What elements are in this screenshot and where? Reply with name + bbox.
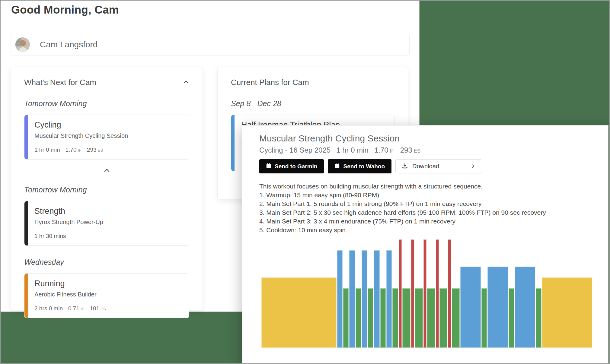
- plan-date-range: Sep 8 - Dec 28: [231, 99, 394, 108]
- chart-bar-hard: [436, 239, 439, 348]
- chart-bar-cooldown: [542, 277, 592, 348]
- chart-bar-recovery: [368, 288, 373, 348]
- whats-next-groups: Tomorrow Morning Cycling Muscular Streng…: [24, 99, 189, 318]
- whats-next-group: Tomorrow Morning Cycling Muscular Streng…: [24, 99, 189, 160]
- plan-color-bar: [231, 115, 235, 171]
- stat-unit: ES: [101, 307, 106, 311]
- stat-value: 1.70IF: [65, 147, 81, 153]
- sport-color-bar: [24, 115, 28, 159]
- whats-next-group: Tomorrow Morning Strength Hyrox Strength…: [24, 185, 189, 246]
- download-icon: [402, 163, 408, 170]
- chart-bar-recovery: [343, 288, 349, 348]
- workout-name: Aerobic Fitness Builder: [34, 291, 183, 298]
- avatar: [15, 37, 30, 52]
- chart-bar-recovery: [439, 288, 448, 348]
- screen: Good Morning, Cam Cam Langsford What's N…: [0, 0, 610, 364]
- description-line: 1. Warmup: 15 min easy spin (80-90 RPM): [259, 191, 591, 199]
- description-line: 3. Main Set Part 2: 5 x 30 sec high cade…: [259, 208, 591, 217]
- chart-bar-warmup: [261, 277, 337, 348]
- day-label: Tomorrow Morning: [24, 99, 189, 108]
- workout-sport: Running: [34, 279, 183, 288]
- chart-bar-hard: [423, 239, 426, 348]
- workout-stats: 2 hrs 0 min0.71IF101ES: [34, 305, 183, 312]
- send-to-wahoo-button[interactable]: Send to Wahoo: [328, 159, 391, 173]
- workout-if: 1.70IF: [374, 146, 394, 154]
- collapse-group-button[interactable]: [24, 167, 189, 175]
- chart-bar-endurance: [515, 267, 535, 348]
- stat-unit: ES: [98, 148, 103, 153]
- calendar-icon: [266, 163, 271, 170]
- chart-bar-hard: [411, 239, 414, 348]
- workout-stats: 1 hr 0 min1.70IF293ES: [34, 147, 183, 153]
- athlete-card[interactable]: Cam Langsford: [11, 34, 410, 55]
- chart-bar-strong: [386, 250, 392, 348]
- workout-detail-modal: Muscular Strength Cycling Session Cyclin…: [242, 125, 608, 363]
- chart-bar-recovery: [415, 288, 423, 348]
- stat-value: 293ES: [87, 147, 103, 153]
- stat-value: 1 hr 30 mins: [34, 233, 66, 239]
- workout-sport-date: Cycling - 16 Sep 2025: [259, 146, 331, 154]
- workout-sport: Strength: [34, 207, 183, 216]
- whats-next-card: What's Next for Cam Tomorrow Morning Cyc…: [11, 67, 203, 310]
- stat-value: 1 hr 0 min: [34, 147, 60, 153]
- chart-bar-recovery: [380, 288, 386, 348]
- download-button[interactable]: Download: [395, 159, 482, 173]
- sport-color-bar: [24, 274, 28, 318]
- workout-profile-chart: [261, 239, 592, 348]
- chart-bar-endurance: [460, 267, 481, 348]
- stat-value: 0.71IF: [68, 305, 84, 312]
- action-buttons: Send to Garmin Send to Wahoo Download: [259, 159, 591, 173]
- chart-bar-strong: [349, 250, 355, 348]
- workout-name: Muscular Strength Cycling Session: [34, 132, 183, 139]
- current-plans-title: Current Plans for Cam: [231, 78, 309, 87]
- chart-bar-recovery: [509, 288, 514, 348]
- calendar-icon: [334, 163, 340, 170]
- workout-card[interactable]: Running Aerobic Fitness Builder 2 hrs 0 …: [24, 273, 189, 318]
- collapse-card-button[interactable]: [183, 79, 189, 86]
- chart-bar-recovery: [452, 288, 460, 348]
- chart-bar-hard: [448, 239, 451, 348]
- description-line: 4. Main Set Part 3: 3 x 4 min endurance …: [259, 217, 591, 226]
- day-label: Wednesday: [24, 258, 189, 267]
- workout-duration: 1 hr 0 min: [336, 146, 369, 154]
- day-label: Tomorrow Morning: [24, 185, 189, 194]
- chart-bar-strong: [337, 250, 343, 348]
- chevron-up-icon: [103, 167, 110, 175]
- chart-bar-recovery: [427, 288, 435, 348]
- workout-meta: Cycling - 16 Sep 2025 1 hr 0 min 1.70IF …: [259, 146, 591, 154]
- sport-color-bar: [24, 201, 28, 245]
- es-unit: ES: [414, 148, 421, 154]
- workout-name: Hyrox Strength Power-Up: [34, 219, 183, 226]
- chevron-right-icon: [471, 164, 476, 169]
- if-unit: IF: [390, 148, 394, 154]
- chart-bar-strong: [362, 250, 367, 348]
- workout-stats: 1 hr 30 mins: [34, 233, 183, 239]
- chevron-up-icon: [183, 79, 189, 86]
- chart-bar-recovery: [392, 288, 398, 348]
- page-title: Good Morning, Cam: [11, 4, 119, 16]
- chart-bar-endurance: [487, 267, 508, 348]
- chart-bar-recovery: [536, 288, 541, 348]
- description-line: This workout focuses on building muscula…: [259, 182, 591, 191]
- description-line: 2. Main Set Part 1: 5 rounds of 1 min st…: [259, 199, 591, 208]
- stat-unit: IF: [81, 307, 84, 311]
- workout-title: Muscular Strength Cycling Session: [259, 133, 591, 144]
- athlete-name: Cam Langsford: [40, 40, 97, 49]
- chart-bar-hard: [399, 239, 402, 348]
- whats-next-title: What's Next for Cam: [24, 78, 96, 87]
- chart-bar-recovery: [402, 288, 410, 348]
- stat-value: 101ES: [90, 305, 106, 312]
- stat-unit: IF: [78, 148, 81, 153]
- send-to-garmin-button[interactable]: Send to Garmin: [259, 159, 324, 173]
- chart-bar-recovery: [481, 288, 487, 348]
- whats-next-group: Wednesday Running Aerobic Fitness Builde…: [24, 258, 189, 318]
- stat-value: 2 hrs 0 min: [34, 305, 63, 312]
- workout-es: 293ES: [400, 146, 421, 154]
- workout-card[interactable]: Cycling Muscular Strength Cycling Sessio…: [24, 115, 189, 160]
- chart-bar-strong: [374, 250, 379, 348]
- workout-card[interactable]: Strength Hyrox Strength Power-Up 1 hr 30…: [24, 201, 189, 246]
- workout-description: This workout focuses on building muscula…: [259, 182, 591, 234]
- description-line: 5. Cooldown: 10 min easy spin: [259, 226, 591, 234]
- chart-bar-recovery: [356, 288, 361, 348]
- workout-sport: Cycling: [34, 120, 183, 130]
